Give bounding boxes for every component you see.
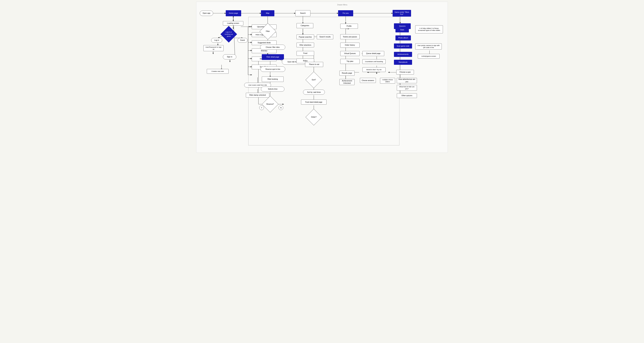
order-history-node: Order history — [340, 43, 360, 48]
popular-searches-node: Popular searches — [296, 35, 314, 39]
flowchart-canvas: Drawer Menu Open app Home page Map Searc… — [196, 2, 448, 153]
stats-node: Stats — [396, 27, 409, 32]
activity-game-node: Activity/game screen — [418, 54, 440, 59]
sort-diamond-wrap: Sort? — [307, 73, 320, 87]
filter-diamond-wrap: Filter — [262, 25, 274, 38]
reserve-diamond — [262, 96, 278, 113]
other-attractions-node: Other atractions — [296, 43, 314, 47]
results-page-node: Results page — [340, 71, 354, 76]
rides-ridden-node: # of rides ridden/ # of times screamed/ … — [415, 25, 443, 33]
suggested-deals-node: Suggested deals — [252, 41, 276, 45]
login-diamond-wrap: Log in or continue as guest — [221, 27, 236, 42]
for-you-node: For you — [338, 10, 353, 16]
sort-diamond — [306, 72, 322, 88]
food-node: Food — [296, 51, 314, 56]
drawer-menu-label: Drawer Menu — [337, 4, 347, 6]
achievements-node: Achievements — [394, 52, 412, 57]
achievement-unlocked-node: Achievement Unlocked — [340, 79, 354, 85]
bored-node: Bored in line? Try me — [362, 67, 386, 72]
how-adventurous-node: How adventurous are you — [397, 78, 417, 83]
creates-new-user-node: Creates new user — [207, 69, 228, 74]
profile-node: Profile — [340, 24, 358, 29]
virtual-queues-node: Virtual Queues — [340, 51, 360, 56]
sort-by-node: Sort by: wait times — [303, 90, 325, 95]
tickets-passes-node: Tickets and passes — [340, 34, 360, 39]
ride-detail-node: Ride detail page — [262, 54, 284, 60]
other-quizzes-node: Other quizzes — [397, 93, 417, 98]
user-password-node: User/Password or sign up — [204, 45, 224, 51]
login-btn-node: Log in — [211, 38, 222, 43]
open-app-node: Open app — [200, 11, 213, 16]
categories-node: Categories — [296, 23, 313, 28]
search-results-node: Search results — [317, 35, 333, 39]
selects-time-node: Selects time — [261, 87, 284, 92]
game-center-node: Game center "More Fun" — [392, 10, 411, 17]
guest-btn-node: Guest — [238, 38, 248, 43]
choose-answers-node: Choose answers — [360, 78, 376, 83]
ride-booking-node: Ride booking — [262, 77, 284, 82]
sign-in-node: Sign in — [223, 54, 236, 59]
order-diamond — [306, 109, 322, 126]
y-label-node: Y — [259, 105, 264, 110]
filter-diamond — [260, 23, 276, 40]
choose-filter-node: Choose: filter rides — [260, 45, 285, 50]
food-stand-node: Food stand detail page — [301, 100, 326, 105]
loading-screen-node: Loading screen — [223, 21, 243, 26]
trip-plan-node: Trip plan — [340, 59, 360, 64]
photo-album-node: Photo album — [396, 36, 411, 41]
scan-game-code-node: Scan game code — [394, 44, 412, 49]
reserve-spot-node: Reserve spot in line — [260, 67, 285, 72]
countdown-node: Countdown until boarding — [362, 59, 386, 64]
reserve-diamond-wrap: Reserve? — [264, 98, 277, 111]
choose-quiz-node: Choose a quiz — [396, 70, 414, 75]
home-page-node: Home page — [226, 10, 241, 16]
ride-stamp-node: Ride stamp unlocked — [246, 93, 269, 98]
what-kind-node: What kind of rider are you? — [397, 85, 417, 91]
multiple-choice-node: multiple choice sliders — [380, 78, 395, 84]
n-label-node: N — [278, 105, 283, 110]
search-node: Search — [295, 10, 310, 16]
places-to-eat-node: Places to eat — [305, 62, 323, 67]
map-node: Map — [261, 10, 274, 16]
login-diamond — [220, 26, 237, 43]
queue-detail-node: Queue detail page — [362, 51, 384, 56]
user-points-camera-node: User points camera to sign with QR code … — [415, 44, 442, 50]
order-diamond-wrap: Order? — [307, 110, 320, 124]
stampbook2-node: Stampbook — [394, 60, 412, 65]
